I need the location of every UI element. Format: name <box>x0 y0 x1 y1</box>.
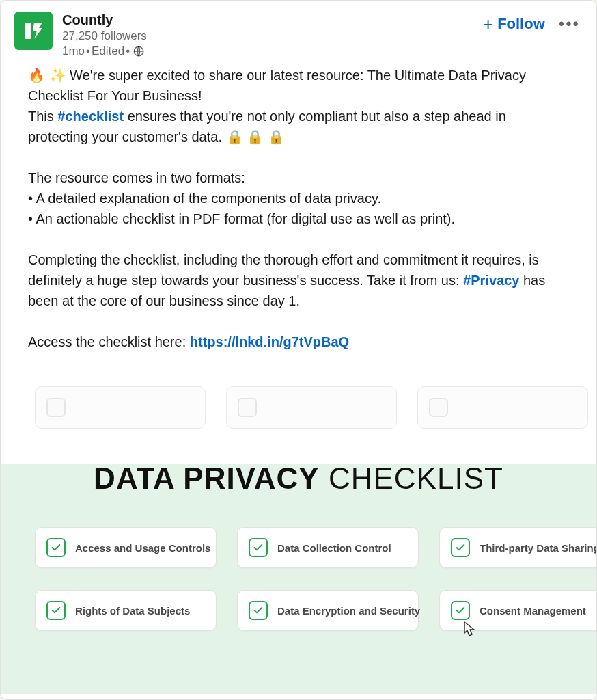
post-bullet-1: • A detailed explanation of the componen… <box>28 188 569 208</box>
checklist-item: Rights of Data Subjects <box>35 590 217 631</box>
checklist-label: Rights of Data Subjects <box>75 605 190 617</box>
ghost-box <box>417 386 588 429</box>
ghost-row <box>1 386 596 429</box>
checklist-label: Consent Management <box>480 605 586 617</box>
meta-sep-1: • <box>86 44 90 58</box>
ghost-box <box>226 386 397 429</box>
checklist-item: Access and Usage Controls <box>35 527 217 568</box>
dots-icon: ••• <box>559 14 580 33</box>
plus-icon: + <box>483 15 493 33</box>
meta-sep-2: • <box>126 44 130 58</box>
post-paragraph-3: The resource comes in two formats: <box>28 167 569 188</box>
follow-button[interactable]: + Follow <box>483 15 545 33</box>
checklist-label: Third-party Data Sharing <box>480 542 597 554</box>
post-meta: 1mo • Edited • <box>62 44 583 58</box>
checklist-grid: Access and Usage Controls Data Collectio… <box>1 527 596 631</box>
hashtag-privacy[interactable]: #Privacy <box>463 273 519 288</box>
promo-title-bold: DATA PRIVACY <box>94 461 320 495</box>
promo-image[interactable]: DATA PRIVACY CHECKLIST Access and Usage … <box>1 366 596 694</box>
text: Access the checklist here: <box>28 334 190 349</box>
author-avatar[interactable] <box>14 12 53 50</box>
promo-title: DATA PRIVACY CHECKLIST <box>1 461 596 496</box>
promo-title-rest: CHECKLIST <box>320 461 503 495</box>
post-age: 1mo <box>62 44 85 58</box>
countly-logo-icon <box>21 18 46 43</box>
ghost-checkbox-icon <box>429 398 448 417</box>
check-icon <box>451 538 470 557</box>
checklist-label: Data Collection Control <box>277 542 391 554</box>
post-paragraph-5: Access the checklist here: https://lnkd.… <box>28 332 569 352</box>
header-actions: + Follow ••• <box>483 14 580 33</box>
cursor-icon <box>460 621 478 643</box>
post-bullet-2: • An actionable checklist in PDF format … <box>28 208 569 229</box>
follow-label: Follow <box>497 15 545 33</box>
globe-icon <box>133 45 145 57</box>
checklist-item: Data Collection Control <box>237 527 419 568</box>
hashtag-checklist[interactable]: #checklist <box>57 109 124 124</box>
svg-rect-1 <box>25 23 31 39</box>
text: Completing the checklist, including the … <box>28 252 539 288</box>
overflow-menu-button[interactable]: ••• <box>559 14 580 33</box>
post-body: 🔥 ✨ We're super excited to share our lat… <box>1 58 596 366</box>
text: This <box>28 109 57 124</box>
checklist-item: Consent Management <box>439 590 597 631</box>
post-card: Countly 27,250 followers 1mo • Edited • … <box>0 0 597 700</box>
ghost-box <box>35 386 206 429</box>
check-icon <box>249 601 268 620</box>
post-header: Countly 27,250 followers 1mo • Edited • … <box>1 1 596 58</box>
post-paragraph-2: This #checklist ensures that you're not … <box>28 106 569 147</box>
checklist-label: Access and Usage Controls <box>75 542 210 554</box>
check-icon <box>451 601 470 620</box>
check-icon <box>249 538 268 557</box>
checklist-label: Data Encryption and Security <box>277 605 420 617</box>
post-paragraph-1: 🔥 ✨ We're super excited to share our lat… <box>28 65 569 106</box>
ghost-checkbox-icon <box>238 398 257 417</box>
ghost-checkbox-icon <box>46 398 66 417</box>
post-edited: Edited <box>92 44 124 58</box>
check-icon <box>46 601 66 620</box>
resource-link[interactable]: https://lnkd.in/g7tVpBaQ <box>190 334 349 349</box>
check-icon <box>46 538 66 557</box>
checklist-item: Third-party Data Sharing <box>439 527 597 568</box>
checklist-item: Data Encryption and Security <box>237 590 419 631</box>
post-paragraph-4: Completing the checklist, including the … <box>28 250 569 311</box>
